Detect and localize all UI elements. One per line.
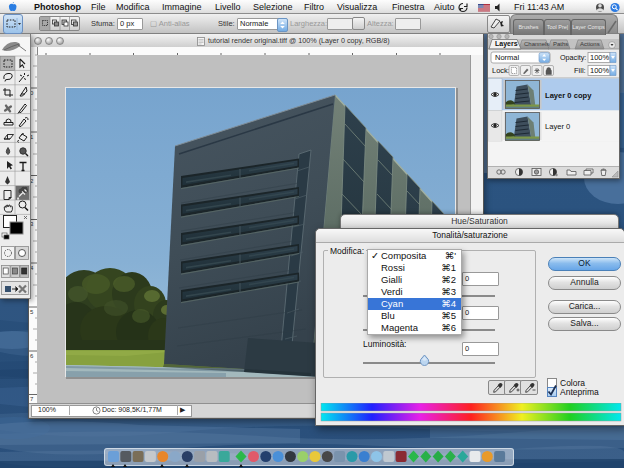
svg-text:Paths: Paths — [553, 41, 568, 47]
svg-text:Layer 0 copy: Layer 0 copy — [545, 91, 592, 100]
svg-text:Fill:: Fill: — [574, 66, 586, 75]
svg-text:Channels: Channels — [524, 41, 549, 47]
svg-text:100%: 100% — [590, 53, 610, 62]
svg-text:Normal: Normal — [495, 53, 520, 62]
svg-text:Actions: Actions — [580, 41, 600, 47]
svg-text:Layers: Layers — [495, 40, 518, 48]
svg-text:100%: 100% — [590, 66, 610, 75]
svg-text:Lock:: Lock: — [492, 66, 510, 75]
svg-text:Layer 0: Layer 0 — [545, 122, 570, 131]
svg-text:Opacity:: Opacity: — [560, 53, 586, 62]
